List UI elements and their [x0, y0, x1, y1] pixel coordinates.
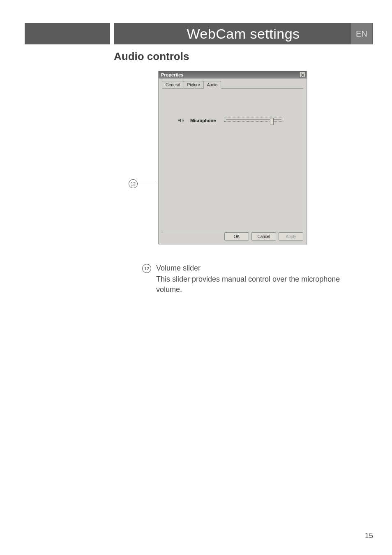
callout-leader-line [138, 184, 157, 184]
apply-button[interactable]: Apply [279, 232, 303, 240]
microphone-volume-slider[interactable] [224, 117, 283, 124]
callout-number: 12 [129, 179, 138, 188]
header-title-block: WebCam settings [114, 23, 373, 44]
description-number: 12 [142, 264, 151, 273]
page-title: WebCam settings [187, 26, 300, 42]
description-block: 12 Volume slider This slider provides ma… [142, 263, 352, 295]
dialog-title: Properties [161, 72, 183, 77]
dialog-tabstrip: General Picture Audio [159, 79, 307, 88]
slider-thumb[interactable] [270, 118, 274, 125]
tab-picture[interactable]: Picture [184, 81, 204, 88]
page-number: 15 [365, 532, 373, 540]
speaker-icon [178, 118, 184, 123]
ok-button[interactable]: OK [224, 232, 249, 240]
audio-tab-panel: Microphone [162, 88, 303, 233]
microphone-row: Microphone [178, 117, 283, 124]
close-icon [301, 73, 304, 77]
description-body: Volume slider This slider provides manua… [156, 263, 352, 295]
close-button[interactable] [300, 72, 305, 78]
dialog-button-row: OK Cancel Apply [224, 232, 303, 240]
properties-dialog: Properties General Picture Audio [158, 71, 307, 244]
dialog-titlebar: Properties [159, 71, 307, 79]
tab-audio[interactable]: Audio [203, 81, 221, 89]
description-term: Volume slider [156, 263, 352, 273]
description-text: This slider provides manual control over… [156, 275, 340, 294]
microphone-label: Microphone [190, 118, 216, 123]
language-badge: EN [351, 23, 372, 44]
header-band: WebCam settings EN [25, 23, 372, 44]
callout-marker: 12 [129, 179, 138, 188]
section-title: Audio controls [114, 50, 352, 63]
tab-general[interactable]: General [162, 81, 184, 88]
cancel-button[interactable]: Cancel [251, 232, 276, 240]
header-spacer [25, 23, 110, 44]
